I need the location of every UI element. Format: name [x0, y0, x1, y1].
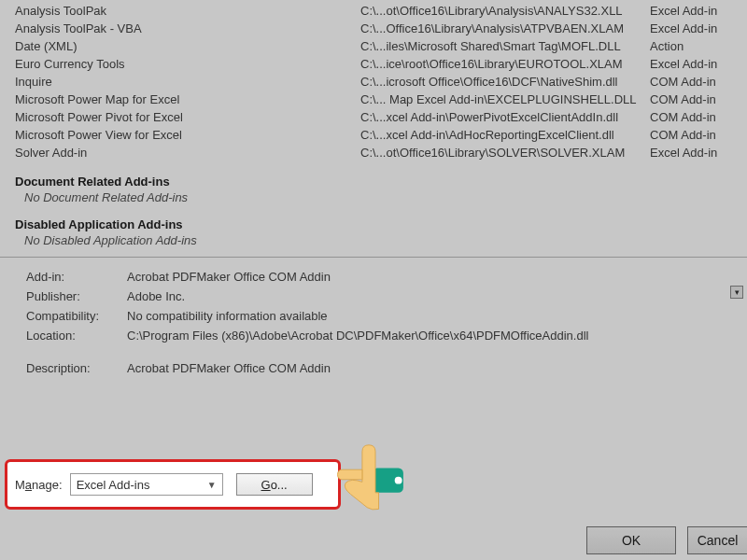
- addin-row[interactable]: Microsoft Power Map for ExcelC:\... Map …: [15, 91, 732, 108]
- addin-type: COM Add-in: [650, 75, 732, 89]
- addin-details: Add-in:Acrobat PDFMaker Office COM Addin…: [0, 258, 747, 387]
- addin-type: COM Add-in: [650, 110, 732, 124]
- addin-path: C:\... Map Excel Add-in\EXCELPLUGINSHELL…: [360, 92, 650, 106]
- svg-rect-0: [372, 468, 402, 492]
- addin-path: C:\...xcel Add-in\PowerPivotExcelClientA…: [360, 110, 650, 124]
- addins-list: Analysis ToolPakC:\...ot\Office16\Librar…: [0, 0, 747, 253]
- addin-name: Microsoft Power Map for Excel: [15, 92, 360, 106]
- addin-name: Microsoft Power Pivot for Excel: [15, 110, 360, 124]
- addin-name: Microsoft Power View for Excel: [15, 128, 360, 142]
- addin-type: Excel Add-in: [650, 57, 732, 71]
- chevron-down-icon: ▼: [207, 480, 217, 490]
- addin-row[interactable]: Microsoft Power View for ExcelC:\...xcel…: [15, 126, 732, 144]
- addin-value: Acrobat PDFMaker Office COM Addin: [127, 270, 728, 284]
- addin-path: C:\...icrosoft Office\Office16\DCF\Nativ…: [360, 75, 650, 89]
- addin-row[interactable]: Analysis ToolPak - VBAC:\...Office16\Lib…: [15, 20, 732, 37]
- no-document-addins: No Document Related Add-ins: [15, 190, 732, 204]
- publisher-label: Publisher:: [26, 289, 127, 303]
- addin-row[interactable]: Solver Add-inC:\...ot\Office16\Library\S…: [15, 144, 732, 161]
- addin-type: Excel Add-in: [650, 4, 732, 18]
- addin-row[interactable]: Analysis ToolPakC:\...ot\Office16\Librar…: [15, 2, 732, 20]
- description-value: Acrobat PDFMaker Office COM Addin: [127, 361, 728, 375]
- description-label: Description:: [26, 361, 127, 375]
- ok-button[interactable]: OK: [586, 526, 676, 554]
- go-button[interactable]: Go...: [236, 473, 313, 496]
- section-document-related: Document Related Add-ins: [15, 161, 732, 190]
- manage-selected: Excel Add-ins: [77, 478, 150, 492]
- addin-row[interactable]: InquireC:\...icrosoft Office\Office16\DC…: [15, 73, 732, 91]
- addin-path: C:\...ice\root\Office16\Library\EUROTOOL…: [360, 57, 650, 71]
- location-value: C:\Program Files (x86)\Adobe\Acrobat DC\…: [127, 329, 728, 343]
- section-disabled-app: Disabled Application Add-ins: [15, 204, 732, 233]
- addin-path: C:\...Office16\Library\Analysis\ATPVBAEN…: [360, 21, 650, 35]
- addin-path: C:\...ot\Office16\Library\Analysis\ANALY…: [360, 4, 650, 18]
- addin-name: Solver Add-in: [15, 146, 360, 160]
- addin-name: Analysis ToolPak - VBA: [15, 21, 360, 35]
- addin-label: Add-in:: [26, 270, 127, 284]
- svg-point-1: [395, 477, 402, 484]
- addin-path: C:\...iles\Microsoft Shared\Smart Tag\MO…: [360, 39, 650, 53]
- addin-name: Inquire: [15, 75, 360, 89]
- addin-name: Date (XML): [15, 39, 360, 53]
- location-label: Location:: [26, 329, 127, 343]
- pointer-hand-icon: [334, 437, 416, 519]
- compatibility-value: No compatibility information available: [127, 309, 728, 323]
- compatibility-label: Compatibility:: [26, 309, 127, 323]
- no-disabled-addins: No Disabled Application Add-ins: [15, 233, 732, 247]
- addin-type: Excel Add-in: [650, 146, 732, 160]
- publisher-value: Adobe Inc.: [127, 289, 728, 303]
- addin-type: Excel Add-in: [650, 21, 732, 35]
- manage-dropdown[interactable]: Excel Add-ins ▼: [70, 473, 223, 496]
- addin-type: COM Add-in: [650, 92, 732, 106]
- scroll-down-button[interactable]: ▾: [730, 286, 743, 299]
- addin-name: Euro Currency Tools: [15, 57, 360, 71]
- addin-path: C:\...xcel Add-in\AdHocReportingExcelCli…: [360, 128, 650, 142]
- addin-type: Action: [650, 39, 732, 53]
- addin-row[interactable]: Microsoft Power Pivot for ExcelC:\...xce…: [15, 108, 732, 126]
- dialog-buttons: OK Cancel: [586, 526, 747, 554]
- addin-type: COM Add-in: [650, 128, 732, 142]
- chevron-down-icon: ▾: [735, 287, 740, 297]
- cancel-button[interactable]: Cancel: [687, 526, 747, 554]
- addin-name: Analysis ToolPak: [15, 4, 360, 18]
- addin-row[interactable]: Euro Currency ToolsC:\...ice\root\Office…: [15, 55, 732, 73]
- manage-highlight: Manage: Excel Add-ins ▼ Go...: [5, 459, 341, 510]
- addin-path: C:\...ot\Office16\Library\SOLVER\SOLVER.…: [360, 146, 650, 160]
- manage-label: Manage:: [15, 478, 63, 492]
- addin-row[interactable]: Date (XML)C:\...iles\Microsoft Shared\Sm…: [15, 37, 732, 55]
